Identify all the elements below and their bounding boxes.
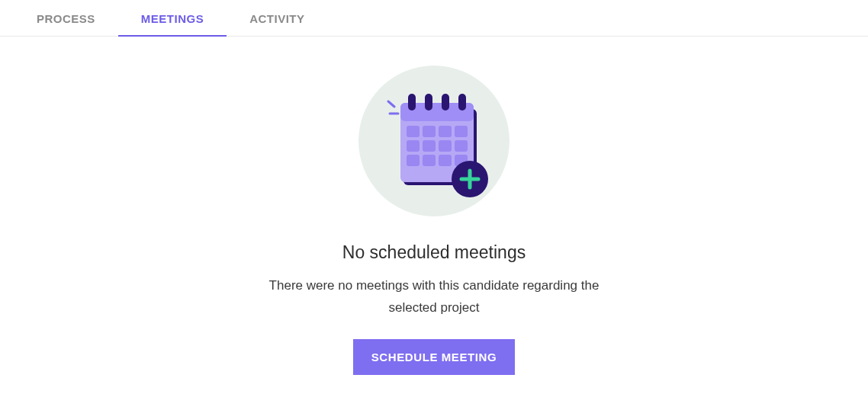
- svg-rect-7: [442, 94, 449, 111]
- empty-state-title: No scheduled meetings: [342, 242, 526, 263]
- calendar-add-icon: [358, 66, 510, 216]
- svg-rect-10: [423, 126, 436, 137]
- svg-rect-13: [407, 140, 420, 152]
- svg-rect-6: [425, 94, 432, 111]
- tabs-nav: PROCESS MEETINGS ACTIVITY: [0, 0, 868, 37]
- svg-rect-11: [439, 126, 452, 137]
- svg-rect-12: [455, 126, 468, 137]
- tab-meetings[interactable]: MEETINGS: [141, 12, 204, 36]
- svg-rect-17: [407, 155, 420, 166]
- svg-rect-5: [408, 94, 416, 111]
- svg-rect-19: [439, 155, 452, 166]
- empty-state: No scheduled meetings There were no meet…: [0, 37, 868, 375]
- empty-state-subtitle: There were no meetings with this candida…: [251, 275, 617, 319]
- svg-rect-14: [423, 140, 436, 152]
- svg-rect-9: [407, 126, 420, 137]
- tab-activity[interactable]: ACTIVITY: [249, 12, 304, 36]
- svg-rect-15: [439, 140, 452, 152]
- svg-rect-18: [423, 155, 436, 166]
- svg-rect-8: [458, 94, 466, 111]
- svg-rect-16: [455, 140, 468, 152]
- svg-line-0: [388, 101, 394, 107]
- tab-process[interactable]: PROCESS: [37, 12, 95, 36]
- schedule-meeting-button[interactable]: SCHEDULE MEETING: [353, 339, 516, 375]
